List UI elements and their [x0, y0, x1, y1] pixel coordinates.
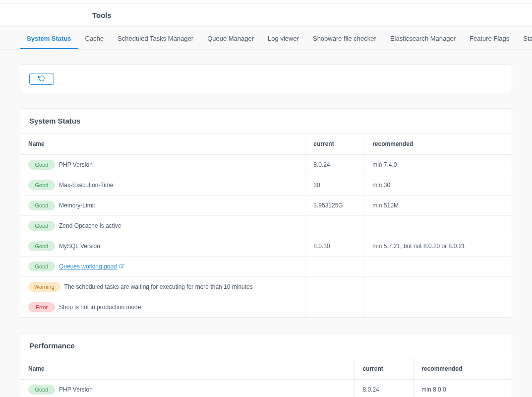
status-badge: Good [28, 160, 55, 170]
panel-title-performance: Performance [20, 333, 512, 358]
system-status-panel: System Status Name current recommended G… [20, 108, 512, 318]
cell-name: WarningThe scheduled tasks are waiting f… [20, 277, 305, 297]
col-recommended: recommended [414, 358, 512, 380]
tab-elasticsearch-manager[interactable]: Elasticsearch Manager [383, 29, 463, 49]
tab-cache[interactable]: Cache [78, 29, 111, 49]
status-badge: Good [28, 180, 55, 190]
tab-feature-flags[interactable]: Feature Flags [463, 29, 516, 49]
table-row: GoodMemory-Limit3.953125Gmin 512M [20, 196, 512, 216]
status-badge: Good [28, 262, 55, 271]
status-badge: Error [28, 302, 55, 312]
external-link-icon [119, 263, 124, 270]
cell-current [305, 277, 364, 297]
cell-current: 8.0.24 [305, 155, 364, 175]
refresh-card [20, 65, 512, 93]
cell-current [305, 216, 364, 236]
table-row: GoodPHP Version8.0.24min 8.0.0 [20, 380, 512, 397]
tab-log-viewer[interactable]: Log viewer [261, 29, 306, 49]
row-name: MySQL Version [59, 243, 100, 250]
col-current: current [355, 358, 414, 380]
cell-recommended: min 5.7.21, but not 8.0.20 or 8.0.21 [364, 236, 512, 257]
row-link[interactable]: Queues working good [59, 263, 117, 270]
row-name: Shop is not in production mode [59, 304, 141, 311]
performance-table: Name current recommended GoodPHP Version… [20, 358, 512, 397]
table-row: GoodQueues working good [20, 257, 512, 277]
table-row: ErrorShop is not in production mode [20, 297, 512, 318]
cell-recommended: min 512M [364, 196, 512, 216]
row-name: The scheduled tasks are waiting for exec… [64, 283, 253, 290]
content-area: System Status Name current recommended G… [0, 50, 532, 397]
status-badge: Good [28, 221, 55, 231]
cell-name: GoodQueues working good [20, 257, 305, 277]
cell-name: GoodPHP Version [20, 155, 305, 175]
status-badge: Warning [28, 282, 60, 292]
top-bar [0, 0, 532, 4]
panel-title-system-status: System Status [20, 109, 512, 133]
cell-name: GoodPHP Version [20, 380, 355, 397]
cell-name: GoodMax-Execution-Time [20, 175, 305, 196]
svg-line-0 [121, 264, 123, 266]
table-row: GoodPHP Version8.0.24min 7.4.0 [20, 155, 512, 175]
table-row: GoodMySQL Version8.0.30min 5.7.21, but n… [20, 236, 512, 257]
tab-system-status[interactable]: System Status [20, 29, 78, 49]
row-name: PHP Version [59, 386, 93, 393]
refresh-icon [38, 75, 45, 83]
cell-name: GoodMemory-Limit [20, 196, 305, 216]
tab-state-machine-viewer[interactable]: State Machine Viewer [516, 29, 532, 49]
cell-recommended [364, 277, 512, 297]
cell-recommended [364, 216, 512, 236]
cell-recommended [364, 297, 512, 318]
row-name: PHP Version [59, 161, 93, 168]
cell-current [305, 297, 364, 318]
status-badge: Good [28, 241, 55, 251]
row-name: Memory-Limit [59, 202, 95, 209]
cell-name: ErrorShop is not in production mode [20, 297, 305, 318]
row-name: Max-Execution-Time [59, 182, 114, 189]
row-name: Zend Opcache is active [59, 222, 121, 229]
table-row: GoodZend Opcache is active [20, 216, 512, 236]
cell-current: 8.0.24 [355, 380, 414, 397]
cell-recommended [364, 257, 512, 277]
cell-current [305, 257, 364, 277]
col-recommended: recommended [364, 133, 512, 155]
cell-current: 30 [305, 175, 364, 196]
system-status-table: Name current recommended GoodPHP Version… [20, 133, 512, 318]
cell-recommended: min 30 [364, 175, 512, 196]
col-name: Name [20, 133, 305, 155]
status-badge: Good [28, 385, 55, 395]
page-title: Tools [92, 11, 112, 19]
col-current: current [305, 133, 364, 155]
refresh-button[interactable] [29, 73, 54, 85]
cell-current: 8.0.30 [305, 236, 364, 257]
tab-queue-manager[interactable]: Queue Manager [200, 29, 261, 49]
status-badge: Good [28, 200, 55, 210]
cell-current: 3.953125G [305, 196, 364, 216]
col-name: Name [20, 358, 355, 380]
cell-name: GoodZend Opcache is active [20, 216, 305, 236]
cell-recommended: min 8.0.0 [414, 380, 512, 397]
table-row: WarningThe scheduled tasks are waiting f… [20, 277, 512, 297]
tabs-row: System StatusCacheScheduled Tasks Manage… [0, 29, 532, 50]
cell-recommended: min 7.4.0 [364, 155, 512, 175]
performance-panel: Performance Name current recommended Goo… [20, 333, 512, 397]
cell-name: GoodMySQL Version [20, 236, 305, 257]
header-bar: Tools [0, 4, 532, 27]
tab-scheduled-tasks-manager[interactable]: Scheduled Tasks Manager [111, 29, 200, 49]
table-row: GoodMax-Execution-Time30min 30 [20, 175, 512, 196]
tab-shopware-file-checker[interactable]: Shopware file checker [306, 29, 383, 49]
